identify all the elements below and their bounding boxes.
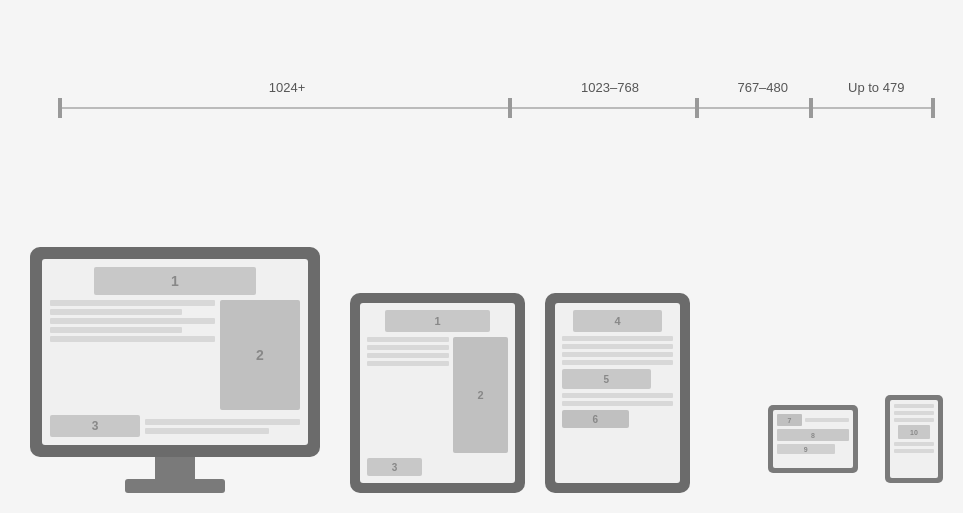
- tp-line: [562, 336, 673, 341]
- tablet-portrait-lines2: [562, 393, 673, 406]
- monitor-right-lines: [145, 419, 300, 434]
- tablet-landscape-device: 1 2: [350, 293, 525, 493]
- pp-line: [894, 442, 934, 446]
- tp-line: [562, 352, 673, 357]
- tablet-landscape-body: 1 2: [350, 293, 525, 493]
- pp-line: [894, 411, 934, 415]
- pl-line: [805, 418, 849, 422]
- timeline-labels: 1024+ 1023–768 767–480 Up to 479: [60, 80, 933, 95]
- monitor-block-1: 1: [94, 267, 257, 295]
- tick-start: [58, 98, 62, 118]
- tick-1: [508, 98, 512, 118]
- segment-label-2: 1023–768: [581, 80, 639, 95]
- tablet-line: [367, 345, 449, 350]
- phone-portrait-screen: 10: [890, 400, 938, 478]
- desktop-device: 1 2: [30, 247, 320, 493]
- tablet-line: [367, 337, 449, 342]
- phone-landscape-body: 7 8 9: [768, 405, 858, 473]
- phone-portrait-device: 10: [885, 395, 943, 483]
- monitor-line: [145, 428, 269, 434]
- monitor-line: [50, 336, 215, 342]
- devices-area: 1 2: [30, 130, 943, 493]
- tablet-portrait-screen: 4 5 6: [555, 303, 680, 483]
- phone-landscape-device: 7 8 9: [768, 405, 870, 473]
- segment-1023-768: 1023–768: [514, 80, 706, 95]
- tick-2: [695, 98, 699, 118]
- timeline-line: [60, 107, 933, 109]
- phone-landscape-block-9: 9: [777, 444, 835, 454]
- segment-767-480: 767–480: [706, 80, 819, 95]
- tp-line: [562, 393, 673, 398]
- tablet-portrait-block-4: 4: [573, 310, 662, 332]
- monitor-line: [50, 300, 215, 306]
- segment-label-3: 767–480: [737, 80, 788, 95]
- phone-landscape-row1: 7: [777, 414, 849, 426]
- monitor-line: [50, 309, 182, 315]
- monitor-base: [125, 479, 225, 493]
- segment-label-1: 1024+: [269, 80, 306, 95]
- segment-1024plus: 1024+: [60, 80, 514, 95]
- monitor-row3: 3: [50, 415, 300, 437]
- phone-landscape-block-8: 8: [777, 429, 849, 441]
- tick-end: [931, 98, 935, 118]
- phone-portrait-block-10: 10: [898, 425, 930, 439]
- pp-line: [894, 404, 934, 408]
- segment-label-4: Up to 479: [848, 80, 904, 95]
- tp-line: [562, 360, 673, 365]
- segment-up-to-479: Up to 479: [819, 80, 932, 95]
- monitor-body: 1 2: [30, 247, 320, 457]
- monitor-screen: 1 2: [42, 259, 308, 445]
- monitor-line: [145, 419, 300, 425]
- tablet-row3: 3: [367, 458, 508, 476]
- tablet-row2: 2: [367, 337, 508, 453]
- phone-portrait-body: 10: [885, 395, 943, 483]
- monitor-line: [50, 327, 182, 333]
- tablet-portrait-block-5: 5: [562, 369, 651, 389]
- tablet-portrait-device: 4 5 6: [545, 293, 690, 493]
- phone-landscape-screen: 7 8 9: [773, 410, 853, 468]
- monitor-line: [50, 318, 215, 324]
- tablet-line: [367, 353, 449, 358]
- monitor-left-col: [50, 300, 215, 410]
- tick-3: [809, 98, 813, 118]
- tablet-landscape-screen: 1 2: [360, 303, 515, 483]
- tablet-line: [367, 361, 449, 366]
- pp-lines-top: [894, 404, 934, 422]
- monitor-row2: 2: [50, 300, 300, 410]
- tablet-portrait-block-6: 6: [562, 410, 629, 428]
- main-container: 1024+ 1023–768 767–480 Up to 479 1: [0, 0, 963, 513]
- monitor-block-3: 3: [50, 415, 140, 437]
- pp-line: [894, 418, 934, 422]
- tablet-left-col: [367, 337, 449, 453]
- tp-line: [562, 344, 673, 349]
- monitor-block-2: 2: [220, 300, 300, 410]
- pp-lines-bottom: [894, 442, 934, 453]
- tablet-block-2: 2: [453, 337, 508, 453]
- tablet-block-3: 3: [367, 458, 422, 476]
- tp-line: [562, 401, 673, 406]
- phone-landscape-block-7: 7: [777, 414, 802, 426]
- monitor-neck: [155, 457, 195, 479]
- pp-line: [894, 449, 934, 453]
- tablet-portrait-lines: [562, 336, 673, 365]
- tablet-block-1: 1: [385, 310, 491, 332]
